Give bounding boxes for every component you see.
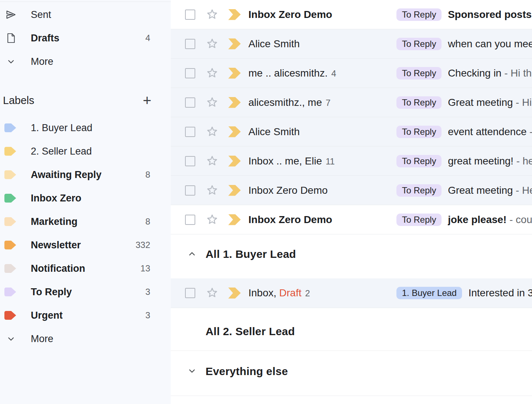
label-count: 3 (145, 310, 150, 320)
thread-count: 2 (305, 288, 310, 298)
star-icon[interactable] (206, 184, 218, 197)
label-count: 3 (145, 287, 150, 297)
email-row[interactable]: Alice Smith To Reply event attendence - … (171, 117, 532, 147)
sidebar-item-sent[interactable]: Sent (0, 3, 171, 26)
label-name: Notification (31, 263, 85, 274)
label-chip[interactable]: To Reply (396, 8, 442, 21)
star-icon[interactable] (206, 126, 218, 138)
sidebar-label-newsletter[interactable]: Newsletter 332 (0, 233, 171, 257)
checkbox[interactable] (185, 10, 195, 20)
label-chip[interactable]: To Reply (396, 96, 442, 109)
checkbox[interactable] (185, 127, 195, 137)
sender: Alice Smith (248, 126, 300, 137)
email-row[interactable]: Inbox Zero Demo To Reply joke please! - … (171, 205, 532, 234)
star-icon[interactable] (206, 287, 218, 299)
email-row[interactable]: Inbox Zero Demo To Reply Sponsored posts… (171, 0, 532, 29)
chevron-up-icon[interactable] (187, 249, 197, 259)
sender: Inbox, (248, 287, 276, 299)
snippet: - H (527, 126, 532, 137)
label-chip[interactable]: To Reply (396, 184, 442, 197)
checkbox[interactable] (185, 288, 195, 298)
importance-marker-icon[interactable] (228, 288, 241, 299)
star-icon[interactable] (206, 38, 218, 50)
sidebar-label-to-reply[interactable]: To Reply 3 (0, 280, 171, 304)
sidebar-item-drafts[interactable]: Drafts 4 (0, 26, 171, 50)
sidebar-item-label: More (31, 333, 53, 345)
importance-marker-icon[interactable] (228, 38, 241, 49)
sidebar: Sent Drafts 4 More Labels (0, 0, 171, 404)
sidebar-label-marketing[interactable]: Marketing 8 (0, 210, 171, 233)
sender: Inbox Zero Demo (248, 214, 332, 225)
snippet: - Hey (513, 185, 532, 196)
label-name: Awaiting Reply (31, 169, 101, 181)
sidebar-label-awaiting-reply[interactable]: Awaiting Reply 8 (0, 163, 171, 186)
label-count: 332 (136, 240, 150, 250)
snippet: - hey (513, 155, 532, 167)
subject: joke please! (448, 214, 506, 225)
subject: Great meeting (448, 185, 513, 196)
label-chip[interactable]: To Reply (396, 126, 442, 138)
chevron-down-icon (5, 56, 17, 67)
label-tag-icon (4, 146, 17, 156)
thread-count: 7 (326, 98, 330, 108)
importance-marker-icon[interactable] (228, 126, 241, 137)
subject: Sponsored posts (448, 9, 532, 20)
checkbox[interactable] (185, 39, 195, 49)
section-header-seller-lead[interactable]: All 2. Seller Lead (171, 308, 532, 351)
label-count: 13 (140, 263, 150, 274)
subject: Interested in 3-b (468, 287, 532, 299)
sidebar-labels-more[interactable]: More (0, 327, 171, 351)
add-label-button[interactable]: + (143, 93, 151, 108)
sidebar-label-buyer-lead[interactable]: 1. Buyer Lead (0, 116, 171, 140)
chevron-down-icon[interactable] (187, 366, 197, 376)
sidebar-item-label: More (31, 56, 53, 67)
label-chip[interactable]: To Reply (396, 214, 442, 226)
section-title: Everything else (206, 365, 288, 378)
email-row[interactable]: Inbox Zero Demo To Reply Great meeting -… (171, 176, 532, 205)
sidebar-label-inbox-zero[interactable]: Inbox Zero (0, 186, 171, 210)
checkbox[interactable] (185, 156, 195, 166)
email-row[interactable]: alicesmithz., me7 To Reply Great meeting… (171, 88, 532, 117)
star-icon[interactable] (206, 67, 218, 79)
section-title: All 1. Buyer Lead (206, 248, 296, 260)
send-icon (5, 9, 17, 21)
importance-marker-icon[interactable] (228, 68, 241, 79)
importance-marker-icon[interactable] (228, 9, 241, 20)
checkbox[interactable] (185, 215, 195, 225)
importance-marker-icon[interactable] (228, 156, 241, 167)
importance-marker-icon[interactable] (228, 214, 241, 225)
star-icon[interactable] (206, 214, 218, 226)
snippet: - Hi ther (502, 67, 532, 79)
sender: me .. alicesmithz. (248, 67, 328, 79)
sidebar-item-count: 4 (145, 33, 150, 43)
sidebar-label-urgent[interactable]: Urgent 3 (0, 304, 171, 327)
section-header-everything-else[interactable]: Everything else (171, 351, 532, 396)
sidebar-label-notification[interactable]: Notification 13 (0, 257, 171, 280)
email-row[interactable]: Alice Smith To Reply when can you meet (171, 29, 532, 59)
section-header-buyer-lead[interactable]: All 1. Buyer Lead (171, 234, 532, 278)
star-icon[interactable] (206, 155, 218, 167)
importance-marker-icon[interactable] (228, 185, 241, 196)
label-tag-icon (4, 310, 17, 320)
importance-marker-icon[interactable] (228, 97, 241, 108)
star-icon[interactable] (206, 8, 218, 21)
checkbox[interactable] (185, 97, 195, 108)
email-row[interactable]: me .. alicesmithz.4 To Reply Checking in… (171, 59, 532, 88)
star-icon[interactable] (206, 96, 218, 109)
email-row-buyer-lead[interactable]: Inbox, Draft2 1. Buyer Lead Interested i… (171, 278, 532, 308)
subject: event attendence (448, 126, 527, 137)
checkbox[interactable] (185, 185, 195, 196)
label-chip[interactable]: 1. Buyer Lead (396, 287, 462, 299)
email-row[interactable]: Inbox .. me, Elie11 To Reply great meeti… (171, 147, 532, 176)
label-chip[interactable]: To Reply (396, 155, 442, 167)
label-chip[interactable]: To Reply (396, 67, 442, 79)
snippet: - could (507, 214, 532, 225)
sidebar-item-more[interactable]: More (0, 50, 171, 73)
checkbox[interactable] (185, 68, 195, 78)
sender: Inbox .. me, Elie (248, 155, 322, 167)
labels-title: Labels (3, 94, 34, 107)
label-name: 2. Seller Lead (31, 146, 92, 157)
sidebar-label-seller-lead[interactable]: 2. Seller Lead (0, 140, 171, 163)
sender: Inbox Zero Demo (248, 185, 328, 196)
label-chip[interactable]: To Reply (396, 38, 442, 50)
